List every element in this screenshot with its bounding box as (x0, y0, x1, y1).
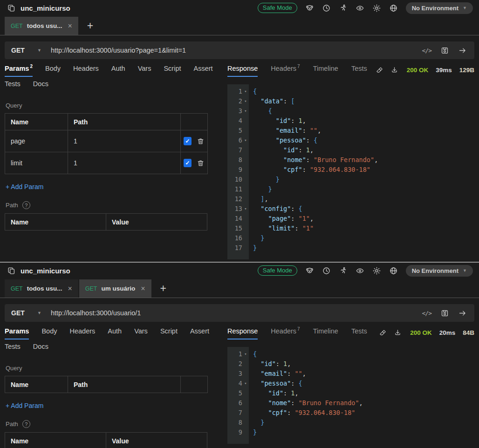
request-tab[interactable]: GETtodos usu...× (5, 17, 78, 35)
response-pane-tab-tests[interactable]: Tests (351, 327, 367, 339)
trash-icon[interactable] (197, 159, 205, 167)
request-pane-tab-vars[interactable]: Vars (134, 327, 148, 339)
request-pane-tab-tests[interactable]: Tests (5, 80, 21, 92)
fold-icon (242, 184, 249, 194)
request-pane-tab-docs[interactable]: Docs (33, 343, 48, 355)
method-selector[interactable]: GET (11, 47, 37, 54)
request-pane-tab-docs[interactable]: Docs (33, 80, 48, 92)
param-enabled-checkbox[interactable]: ✓ (184, 159, 192, 167)
response-pane-tab-timeline[interactable]: Timeline (313, 327, 338, 339)
send-icon[interactable] (458, 309, 467, 318)
request-pane-tab-body[interactable]: Body (41, 327, 57, 339)
add-param-link[interactable]: + Add Param (6, 402, 43, 409)
gear-icon[interactable] (372, 4, 381, 13)
param-enabled-checkbox[interactable]: ✓ (184, 137, 192, 145)
request-pane-tab-vars[interactable]: Vars (138, 65, 151, 77)
clock-icon[interactable] (322, 266, 331, 275)
eraser-icon[interactable] (376, 66, 383, 74)
new-tab-button[interactable]: + (160, 283, 166, 294)
param-name-cell[interactable]: page (5, 130, 68, 152)
request-pane-tab-params[interactable]: Params (5, 327, 29, 339)
path-header-value: Value (106, 433, 207, 448)
url-input[interactable]: http://localhost:3000/usuario/1 (51, 309, 422, 317)
globe-icon[interactable] (389, 266, 398, 275)
request-pane-tab-body[interactable]: Body (45, 65, 61, 77)
save-icon[interactable] (440, 309, 449, 318)
new-tab-button[interactable]: + (87, 20, 93, 31)
close-tab-icon[interactable]: × (141, 285, 145, 292)
eye-icon[interactable] (356, 4, 364, 13)
clock-icon[interactable] (322, 4, 331, 13)
line-number: 7 (227, 145, 242, 155)
query-params-table: Name Path page1✓limit1✓ (5, 113, 208, 174)
request-pane-tab-assert[interactable]: Assert (194, 65, 213, 77)
runner-icon[interactable] (339, 4, 348, 13)
fold-icon[interactable]: ▾ (242, 87, 249, 96)
request-pane-tab-headers[interactable]: Headers (73, 65, 99, 77)
download-icon[interactable] (390, 66, 398, 74)
dog-icon[interactable] (305, 4, 314, 13)
fold-icon[interactable]: ▾ (242, 349, 249, 359)
line-number: 7 (227, 408, 242, 418)
fold-icon[interactable]: ▾ (242, 379, 249, 388)
eye-icon[interactable] (356, 266, 364, 275)
response-pane-tab-tests[interactable]: Tests (351, 65, 367, 77)
url-input[interactable]: http://localhost:3000/usuario?page=1&lim… (51, 47, 422, 54)
send-icon[interactable] (458, 46, 467, 55)
param-value-cell[interactable]: 1 (68, 130, 181, 152)
code-icon[interactable]: </> (422, 310, 431, 317)
request-pane-tab-assert[interactable]: Assert (190, 327, 209, 339)
request-pane-tab-auth[interactable]: Auth (111, 65, 125, 77)
environment-selector[interactable]: No Environment ▼ (406, 2, 473, 14)
runner-icon[interactable] (339, 266, 348, 275)
download-icon[interactable] (394, 329, 402, 337)
collection-copy-icon (7, 266, 16, 275)
request-pane-tab-headers[interactable]: Headers (69, 327, 95, 339)
help-icon[interactable]: ? (22, 420, 30, 428)
request-tab[interactable]: GETtodos usu...× (5, 279, 78, 298)
fold-icon[interactable]: ▾ (242, 106, 249, 116)
param-name-cell[interactable]: limit (5, 152, 68, 174)
eraser-icon[interactable] (379, 329, 387, 337)
close-tab-icon[interactable]: × (68, 22, 72, 30)
close-tab-icon[interactable]: × (68, 285, 72, 292)
method-caret-icon[interactable]: ▼ (37, 311, 41, 315)
dog-icon[interactable] (305, 266, 314, 275)
request-pane-tab-tests[interactable]: Tests (5, 343, 21, 355)
fold-icon[interactable]: ▾ (242, 204, 249, 214)
param-value-cell[interactable]: 1 (68, 152, 181, 174)
help-icon[interactable]: ? (22, 201, 30, 209)
environment-selector[interactable]: No Environment ▼ (406, 265, 473, 277)
response-pane-tab-headers[interactable]: Headers7 (271, 65, 300, 77)
trash-icon[interactable] (197, 137, 205, 145)
method-selector[interactable]: GET (11, 309, 37, 317)
response-time: 20ms (439, 329, 456, 336)
collection-title: unc_minicurso (21, 4, 70, 12)
url-row: GET ▼ http://localhost:3000/usuario/1 </… (0, 298, 479, 326)
response-pane-tab-response[interactable]: Response (227, 65, 258, 77)
response-pane-tab-headers[interactable]: Headers7 (271, 327, 300, 339)
method-caret-icon[interactable]: ▼ (37, 48, 41, 53)
safe-mode-badge[interactable]: Safe Mode (258, 265, 297, 276)
code-line: "data": [ (253, 96, 378, 106)
response-pane-tab-response[interactable]: Response (227, 327, 258, 339)
code-icon[interactable]: </> (422, 47, 431, 54)
gear-icon[interactable] (372, 266, 381, 275)
response-editor: 1▾2▾3▾456▾78910111213▾14151617 { "data":… (227, 84, 474, 259)
fold-icon[interactable]: ▾ (242, 136, 249, 145)
request-pane-tab-script[interactable]: Script (164, 65, 181, 77)
save-icon[interactable] (440, 46, 449, 55)
add-param-link[interactable]: + Add Param (6, 183, 43, 190)
fold-icon (242, 418, 249, 428)
query-header-name: Name (5, 114, 68, 130)
request-pane-tab-params[interactable]: Params2 (5, 65, 33, 77)
request-pane-tab-auth[interactable]: Auth (108, 327, 122, 339)
line-number: 4 (227, 379, 242, 388)
fold-icon[interactable]: ▾ (242, 96, 249, 106)
request-tab[interactable]: GETum usuário× (79, 279, 151, 298)
response-pane-tab-timeline[interactable]: Timeline (313, 65, 338, 77)
safe-mode-badge[interactable]: Safe Mode (258, 3, 297, 13)
globe-icon[interactable] (389, 4, 398, 13)
request-pane-tab-script[interactable]: Script (160, 327, 178, 339)
fold-icon (242, 398, 249, 408)
